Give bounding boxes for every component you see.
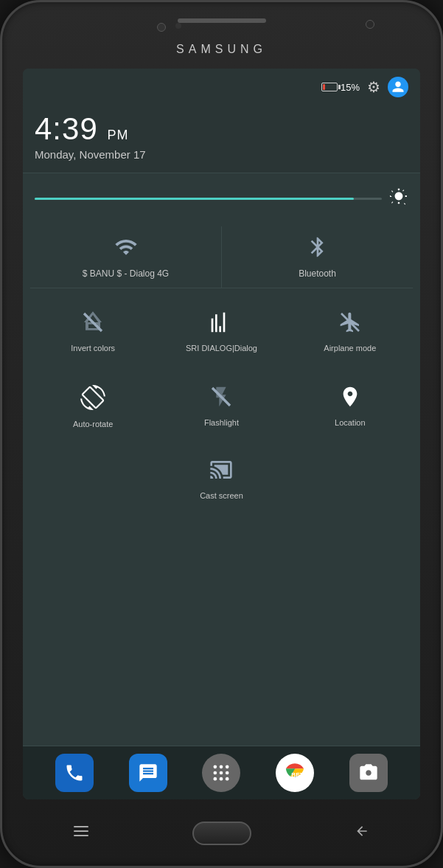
camera-dot xyxy=(157,23,166,32)
dock-chrome[interactable]: BETA xyxy=(276,754,314,792)
back-button[interactable] xyxy=(353,822,371,840)
dock-phone[interactable] xyxy=(55,754,94,792)
speaker xyxy=(178,18,266,23)
screen: 15% ⚙ 4:39 PM Monday, November 17 xyxy=(23,69,420,799)
svg-text:BETA: BETA xyxy=(292,772,306,779)
wifi-label: $ BANU $ - Dialog 4G xyxy=(83,268,169,279)
svg-point-7 xyxy=(220,771,223,775)
cast-screen-label: Cast screen xyxy=(200,491,243,500)
brightness-fill xyxy=(35,198,354,200)
cast-row: Cast screen xyxy=(23,445,420,516)
svg-rect-15 xyxy=(74,826,88,827)
brightness-icon xyxy=(389,187,408,210)
brightness-section xyxy=(23,173,420,219)
menu-button[interactable] xyxy=(72,822,90,840)
app-dock: BETA xyxy=(23,746,420,799)
flashlight-icon xyxy=(209,385,233,412)
auto-rotate-label: Auto-rotate xyxy=(73,420,113,428)
auto-rotate-tile[interactable]: Auto-rotate xyxy=(30,375,156,439)
time-section: 4:39 PM Monday, November 17 xyxy=(23,105,420,173)
airplane-mode-tile[interactable]: Airplane mode xyxy=(287,300,413,363)
airplane-icon xyxy=(338,310,362,338)
dock-camera[interactable] xyxy=(349,754,388,792)
location-icon xyxy=(338,385,362,412)
wifi-icon xyxy=(114,235,138,264)
battery-fill xyxy=(323,84,325,90)
svg-point-6 xyxy=(214,771,217,775)
battery-indicator: 15% xyxy=(321,82,360,93)
svg-rect-16 xyxy=(74,830,88,832)
svg-point-10 xyxy=(220,777,223,781)
toggle-row: $ BANU $ - Dialog 4G Bluetooth xyxy=(23,226,420,288)
invert-colors-tile[interactable]: Invert colors xyxy=(30,300,156,363)
grid-row-1: Invert colors SRI DIALOG|Dialog xyxy=(23,294,420,369)
status-bar: 15% ⚙ xyxy=(23,69,420,105)
time-value: 4:39 xyxy=(35,111,98,146)
svg-rect-17 xyxy=(74,835,88,836)
location-tile[interactable]: Location xyxy=(287,375,413,439)
svg-point-5 xyxy=(226,765,229,769)
battery-percent: 15% xyxy=(341,82,360,93)
user-icon xyxy=(391,80,405,94)
user-avatar[interactable] xyxy=(388,77,408,97)
invert-colors-label: Invert colors xyxy=(71,344,115,353)
signal-icon xyxy=(209,310,233,338)
dock-apps-drawer[interactable] xyxy=(202,754,240,792)
rotate-icon xyxy=(80,385,105,414)
settings-icon[interactable]: ⚙ xyxy=(367,78,380,96)
bluetooth-icon xyxy=(306,235,329,264)
sensor-dot xyxy=(175,23,181,29)
svg-point-3 xyxy=(214,765,217,769)
airplane-mode-label: Airplane mode xyxy=(324,344,376,353)
sri-dialog-tile[interactable]: SRI DIALOG|Dialog xyxy=(158,300,284,363)
time-display: 4:39 PM xyxy=(35,111,408,147)
bluetooth-toggle[interactable]: Bluetooth xyxy=(222,226,413,288)
cast-screen-tile[interactable]: Cast screen xyxy=(156,448,287,510)
svg-point-9 xyxy=(214,777,217,781)
wifi-toggle[interactable]: $ BANU $ - Dialog 4G xyxy=(30,226,221,288)
home-button[interactable] xyxy=(192,822,251,845)
sri-dialog-label: SRI DIALOG|Dialog xyxy=(186,344,257,353)
phone-frame: SAMSUNG 15% ⚙ xyxy=(0,0,443,868)
brightness-track[interactable] xyxy=(35,198,382,200)
bluetooth-label: Bluetooth xyxy=(299,268,336,279)
location-label: Location xyxy=(335,418,366,427)
ampm: PM xyxy=(107,128,128,142)
svg-point-11 xyxy=(226,777,229,781)
cast-icon xyxy=(209,458,233,485)
front-camera xyxy=(366,20,374,29)
flashlight-label: Flashlight xyxy=(204,418,239,427)
svg-point-8 xyxy=(226,771,229,775)
quick-settings: $ BANU $ - Dialog 4G Bluetooth xyxy=(23,219,420,746)
brand-name: SAMSUNG xyxy=(2,43,441,56)
invert-colors-icon xyxy=(81,310,105,338)
battery-icon xyxy=(321,83,338,91)
date-display: Monday, November 17 xyxy=(35,148,408,161)
svg-point-4 xyxy=(220,765,223,769)
dock-messages[interactable] xyxy=(129,754,167,792)
grid-row-2: Auto-rotate Flashlight xyxy=(23,369,420,445)
flashlight-tile[interactable]: Flashlight xyxy=(158,375,284,439)
